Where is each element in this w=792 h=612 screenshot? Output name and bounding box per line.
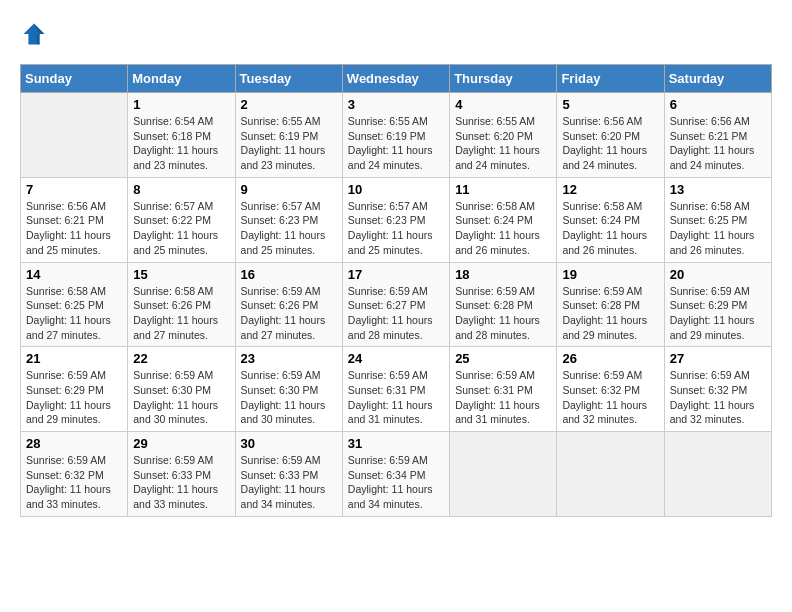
calendar-cell: 30Sunrise: 6:59 AM Sunset: 6:33 PM Dayli… bbox=[235, 432, 342, 517]
calendar-cell bbox=[21, 93, 128, 178]
day-info: Sunrise: 6:55 AM Sunset: 6:19 PM Dayligh… bbox=[348, 114, 444, 173]
calendar-cell: 10Sunrise: 6:57 AM Sunset: 6:23 PM Dayli… bbox=[342, 177, 449, 262]
day-number: 10 bbox=[348, 182, 444, 197]
calendar-cell bbox=[557, 432, 664, 517]
day-info: Sunrise: 6:59 AM Sunset: 6:31 PM Dayligh… bbox=[348, 368, 444, 427]
day-info: Sunrise: 6:57 AM Sunset: 6:22 PM Dayligh… bbox=[133, 199, 229, 258]
calendar-cell: 23Sunrise: 6:59 AM Sunset: 6:30 PM Dayli… bbox=[235, 347, 342, 432]
day-info: Sunrise: 6:59 AM Sunset: 6:29 PM Dayligh… bbox=[670, 284, 766, 343]
day-info: Sunrise: 6:59 AM Sunset: 6:29 PM Dayligh… bbox=[26, 368, 122, 427]
day-number: 16 bbox=[241, 267, 337, 282]
day-info: Sunrise: 6:58 AM Sunset: 6:25 PM Dayligh… bbox=[26, 284, 122, 343]
day-number: 23 bbox=[241, 351, 337, 366]
week-row-2: 7Sunrise: 6:56 AM Sunset: 6:21 PM Daylig… bbox=[21, 177, 772, 262]
calendar-cell: 15Sunrise: 6:58 AM Sunset: 6:26 PM Dayli… bbox=[128, 262, 235, 347]
day-info: Sunrise: 6:59 AM Sunset: 6:33 PM Dayligh… bbox=[241, 453, 337, 512]
calendar-cell: 2Sunrise: 6:55 AM Sunset: 6:19 PM Daylig… bbox=[235, 93, 342, 178]
day-number: 29 bbox=[133, 436, 229, 451]
calendar-table: SundayMondayTuesdayWednesdayThursdayFrid… bbox=[20, 64, 772, 517]
logo bbox=[20, 20, 52, 48]
calendar-cell: 25Sunrise: 6:59 AM Sunset: 6:31 PM Dayli… bbox=[450, 347, 557, 432]
calendar-cell: 12Sunrise: 6:58 AM Sunset: 6:24 PM Dayli… bbox=[557, 177, 664, 262]
day-number: 30 bbox=[241, 436, 337, 451]
day-number: 6 bbox=[670, 97, 766, 112]
header-cell-thursday: Thursday bbox=[450, 65, 557, 93]
day-number: 2 bbox=[241, 97, 337, 112]
calendar-cell: 11Sunrise: 6:58 AM Sunset: 6:24 PM Dayli… bbox=[450, 177, 557, 262]
header-row: SundayMondayTuesdayWednesdayThursdayFrid… bbox=[21, 65, 772, 93]
page-header bbox=[20, 20, 772, 48]
calendar-cell: 13Sunrise: 6:58 AM Sunset: 6:25 PM Dayli… bbox=[664, 177, 771, 262]
day-number: 17 bbox=[348, 267, 444, 282]
calendar-cell: 5Sunrise: 6:56 AM Sunset: 6:20 PM Daylig… bbox=[557, 93, 664, 178]
day-info: Sunrise: 6:59 AM Sunset: 6:32 PM Dayligh… bbox=[562, 368, 658, 427]
day-number: 7 bbox=[26, 182, 122, 197]
calendar-cell: 3Sunrise: 6:55 AM Sunset: 6:19 PM Daylig… bbox=[342, 93, 449, 178]
day-number: 13 bbox=[670, 182, 766, 197]
day-info: Sunrise: 6:56 AM Sunset: 6:21 PM Dayligh… bbox=[670, 114, 766, 173]
calendar-cell: 29Sunrise: 6:59 AM Sunset: 6:33 PM Dayli… bbox=[128, 432, 235, 517]
day-number: 12 bbox=[562, 182, 658, 197]
day-info: Sunrise: 6:59 AM Sunset: 6:28 PM Dayligh… bbox=[455, 284, 551, 343]
header-cell-monday: Monday bbox=[128, 65, 235, 93]
day-number: 20 bbox=[670, 267, 766, 282]
calendar-cell: 1Sunrise: 6:54 AM Sunset: 6:18 PM Daylig… bbox=[128, 93, 235, 178]
calendar-cell: 6Sunrise: 6:56 AM Sunset: 6:21 PM Daylig… bbox=[664, 93, 771, 178]
week-row-4: 21Sunrise: 6:59 AM Sunset: 6:29 PM Dayli… bbox=[21, 347, 772, 432]
calendar-cell: 27Sunrise: 6:59 AM Sunset: 6:32 PM Dayli… bbox=[664, 347, 771, 432]
day-number: 4 bbox=[455, 97, 551, 112]
calendar-cell: 28Sunrise: 6:59 AM Sunset: 6:32 PM Dayli… bbox=[21, 432, 128, 517]
day-number: 5 bbox=[562, 97, 658, 112]
day-info: Sunrise: 6:59 AM Sunset: 6:30 PM Dayligh… bbox=[241, 368, 337, 427]
calendar-cell: 16Sunrise: 6:59 AM Sunset: 6:26 PM Dayli… bbox=[235, 262, 342, 347]
day-info: Sunrise: 6:58 AM Sunset: 6:25 PM Dayligh… bbox=[670, 199, 766, 258]
calendar-cell: 7Sunrise: 6:56 AM Sunset: 6:21 PM Daylig… bbox=[21, 177, 128, 262]
day-number: 26 bbox=[562, 351, 658, 366]
calendar-cell: 18Sunrise: 6:59 AM Sunset: 6:28 PM Dayli… bbox=[450, 262, 557, 347]
day-info: Sunrise: 6:59 AM Sunset: 6:27 PM Dayligh… bbox=[348, 284, 444, 343]
header-cell-sunday: Sunday bbox=[21, 65, 128, 93]
day-number: 24 bbox=[348, 351, 444, 366]
day-number: 14 bbox=[26, 267, 122, 282]
day-info: Sunrise: 6:56 AM Sunset: 6:21 PM Dayligh… bbox=[26, 199, 122, 258]
header-cell-friday: Friday bbox=[557, 65, 664, 93]
day-number: 25 bbox=[455, 351, 551, 366]
day-info: Sunrise: 6:59 AM Sunset: 6:26 PM Dayligh… bbox=[241, 284, 337, 343]
day-info: Sunrise: 6:55 AM Sunset: 6:20 PM Dayligh… bbox=[455, 114, 551, 173]
day-number: 15 bbox=[133, 267, 229, 282]
day-number: 21 bbox=[26, 351, 122, 366]
calendar-cell: 4Sunrise: 6:55 AM Sunset: 6:20 PM Daylig… bbox=[450, 93, 557, 178]
week-row-1: 1Sunrise: 6:54 AM Sunset: 6:18 PM Daylig… bbox=[21, 93, 772, 178]
header-cell-tuesday: Tuesday bbox=[235, 65, 342, 93]
header-cell-saturday: Saturday bbox=[664, 65, 771, 93]
calendar-cell: 8Sunrise: 6:57 AM Sunset: 6:22 PM Daylig… bbox=[128, 177, 235, 262]
day-number: 9 bbox=[241, 182, 337, 197]
day-info: Sunrise: 6:59 AM Sunset: 6:31 PM Dayligh… bbox=[455, 368, 551, 427]
calendar-cell: 9Sunrise: 6:57 AM Sunset: 6:23 PM Daylig… bbox=[235, 177, 342, 262]
calendar-cell: 19Sunrise: 6:59 AM Sunset: 6:28 PM Dayli… bbox=[557, 262, 664, 347]
calendar-cell bbox=[450, 432, 557, 517]
day-info: Sunrise: 6:59 AM Sunset: 6:28 PM Dayligh… bbox=[562, 284, 658, 343]
calendar-cell: 24Sunrise: 6:59 AM Sunset: 6:31 PM Dayli… bbox=[342, 347, 449, 432]
day-info: Sunrise: 6:55 AM Sunset: 6:19 PM Dayligh… bbox=[241, 114, 337, 173]
day-number: 8 bbox=[133, 182, 229, 197]
calendar-cell: 26Sunrise: 6:59 AM Sunset: 6:32 PM Dayli… bbox=[557, 347, 664, 432]
calendar-cell: 17Sunrise: 6:59 AM Sunset: 6:27 PM Dayli… bbox=[342, 262, 449, 347]
day-info: Sunrise: 6:58 AM Sunset: 6:24 PM Dayligh… bbox=[455, 199, 551, 258]
day-info: Sunrise: 6:59 AM Sunset: 6:32 PM Dayligh… bbox=[26, 453, 122, 512]
day-number: 22 bbox=[133, 351, 229, 366]
calendar-cell: 20Sunrise: 6:59 AM Sunset: 6:29 PM Dayli… bbox=[664, 262, 771, 347]
day-info: Sunrise: 6:58 AM Sunset: 6:24 PM Dayligh… bbox=[562, 199, 658, 258]
day-number: 18 bbox=[455, 267, 551, 282]
day-info: Sunrise: 6:59 AM Sunset: 6:30 PM Dayligh… bbox=[133, 368, 229, 427]
day-number: 31 bbox=[348, 436, 444, 451]
day-info: Sunrise: 6:59 AM Sunset: 6:34 PM Dayligh… bbox=[348, 453, 444, 512]
week-row-5: 28Sunrise: 6:59 AM Sunset: 6:32 PM Dayli… bbox=[21, 432, 772, 517]
day-info: Sunrise: 6:56 AM Sunset: 6:20 PM Dayligh… bbox=[562, 114, 658, 173]
day-number: 11 bbox=[455, 182, 551, 197]
day-info: Sunrise: 6:54 AM Sunset: 6:18 PM Dayligh… bbox=[133, 114, 229, 173]
day-info: Sunrise: 6:57 AM Sunset: 6:23 PM Dayligh… bbox=[241, 199, 337, 258]
day-number: 1 bbox=[133, 97, 229, 112]
day-info: Sunrise: 6:57 AM Sunset: 6:23 PM Dayligh… bbox=[348, 199, 444, 258]
calendar-cell: 14Sunrise: 6:58 AM Sunset: 6:25 PM Dayli… bbox=[21, 262, 128, 347]
